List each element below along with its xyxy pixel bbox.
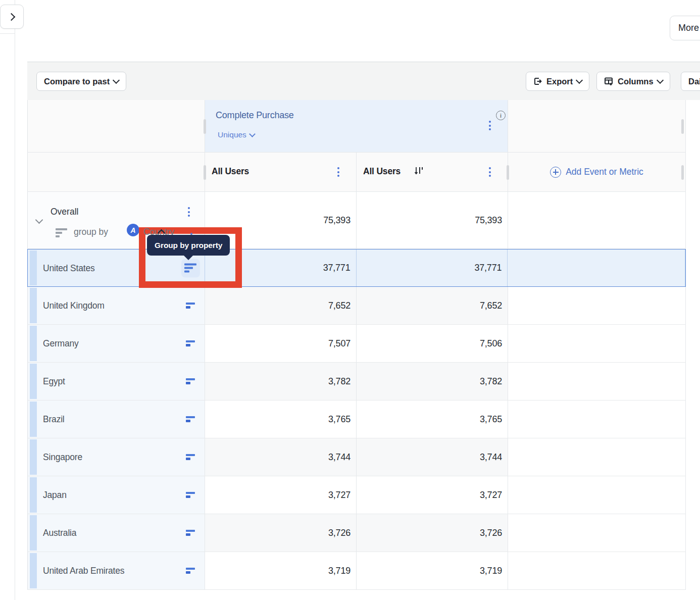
group-by-icon[interactable] [186, 303, 195, 309]
event-menu-kebab-icon[interactable] [489, 121, 491, 132]
group-by-icon[interactable] [186, 492, 195, 498]
row-accent-bar [30, 553, 37, 588]
measure-label: Uniques [218, 130, 246, 139]
table-row[interactable]: Germany 7,507 7,506 [27, 325, 686, 363]
column-menu-kebab-icon[interactable] [337, 167, 339, 179]
group-by-icon[interactable] [186, 378, 195, 384]
group-by-icon[interactable] [186, 340, 195, 346]
event-header-cell[interactable]: Complete Purchase i Uniques [205, 100, 508, 152]
table-row[interactable]: Australia 3,726 3,726 [27, 514, 686, 552]
column-resize-handle[interactable] [507, 165, 509, 180]
country-label: Singapore [43, 452, 82, 463]
column-menu-kebab-icon[interactable] [489, 167, 491, 179]
overall-row: Overall group by A Country 75,393 75,393 [27, 192, 686, 249]
row-name-cell[interactable]: Germany [27, 325, 205, 362]
compare-to-past-button[interactable]: Compare to past [36, 72, 126, 91]
column-resize-handle[interactable] [681, 165, 684, 180]
row-name-cell[interactable]: United Kingdom [27, 287, 205, 324]
export-button[interactable]: Export [526, 72, 589, 91]
value-cell[interactable]: 7,652 [205, 287, 357, 324]
value-cell[interactable]: 3,719 [357, 552, 508, 589]
empty-cell [508, 287, 686, 324]
value-cell[interactable]: 3,727 [205, 476, 357, 514]
segment-column-1[interactable]: All Users [205, 153, 357, 191]
add-metric-cell: Add Event or Metric [508, 153, 686, 191]
value-cell[interactable]: 7,652 [357, 287, 508, 324]
row-accent-bar [30, 251, 37, 285]
table-row-selected[interactable]: United States 37,771 37,771 [27, 249, 686, 287]
chart-toolbar: Compare to past Export Columns Daily [27, 62, 700, 100]
value-cell[interactable]: 3,744 [205, 438, 357, 476]
chevron-down-icon [249, 131, 256, 137]
event-name[interactable]: Complete Purchase [216, 110, 294, 121]
row-name-cell[interactable]: Brazil [27, 401, 205, 438]
more-button[interactable]: More [670, 16, 700, 40]
expand-sidebar-button[interactable] [0, 5, 24, 29]
group-by-icon[interactable] [186, 454, 195, 460]
overall-menu-kebab-icon[interactable] [188, 207, 190, 219]
column-resize-handle[interactable] [204, 165, 206, 180]
group-by-icon[interactable] [186, 416, 195, 422]
property-type-icon: A [127, 224, 139, 236]
country-label: Brazil [43, 414, 65, 425]
corner-cell-2 [27, 153, 205, 191]
country-label: United Arab Emirates [43, 566, 124, 576]
value-cell[interactable]: 3,719 [205, 552, 357, 589]
value-cell[interactable]: 3,765 [205, 401, 357, 438]
value-cell[interactable]: 3,744 [357, 438, 508, 476]
table-row[interactable]: United Arab Emirates 3,719 3,719 [27, 552, 686, 590]
table-row[interactable]: Japan 3,727 3,727 [27, 476, 686, 514]
row-name-cell[interactable]: Egypt [27, 363, 205, 400]
add-event-or-metric-button[interactable]: Add Event or Metric [508, 153, 685, 191]
segment-label: All Users [363, 166, 401, 177]
group-by-label: group by [74, 227, 108, 237]
group-by-icon[interactable] [186, 530, 195, 536]
column-resize-handle[interactable] [681, 119, 684, 134]
row-name-cell[interactable]: United Arab Emirates [27, 552, 205, 589]
compare-to-past-label: Compare to past [44, 77, 110, 86]
plus-circle-icon [550, 167, 561, 178]
sort-descending-icon[interactable] [414, 166, 424, 176]
value-cell[interactable]: 3,727 [357, 476, 508, 514]
value-cell[interactable]: 37,771 [357, 249, 508, 286]
country-label: United States [43, 263, 94, 273]
row-name-cell[interactable]: Australia [27, 514, 205, 552]
event-header-row: Complete Purchase i Uniques [27, 100, 686, 153]
corner-cell [27, 100, 205, 152]
columns-icon [604, 77, 614, 86]
group-by-property-button[interactable] [181, 259, 200, 277]
value-cell[interactable]: 3,782 [357, 363, 508, 400]
chevron-down-icon [113, 77, 120, 84]
columns-button[interactable]: Columns [596, 72, 670, 91]
row-name-cell[interactable]: Japan [27, 476, 205, 514]
table-row[interactable]: Singapore 3,744 3,744 [27, 438, 686, 476]
analytics-screen: More Compare to past Export Columns [0, 0, 700, 600]
table-row[interactable]: United Kingdom 7,652 7,652 [27, 287, 686, 325]
value-cell[interactable]: 3,765 [357, 401, 508, 438]
value-cell[interactable]: 7,507 [205, 325, 357, 362]
empty-cell [508, 401, 686, 438]
row-name-cell[interactable]: Singapore [27, 438, 205, 476]
value-cell[interactable]: 7,506 [357, 325, 508, 362]
interval-button[interactable]: Daily [681, 72, 700, 91]
segment-column-2[interactable]: All Users [357, 153, 508, 191]
value-cell[interactable]: 3,782 [205, 363, 357, 400]
add-event-or-metric-label: Add Event or Metric [566, 167, 643, 177]
info-icon[interactable]: i [496, 111, 506, 120]
column-resize-handle[interactable] [204, 119, 206, 134]
measure-dropdown[interactable]: Uniques [218, 130, 255, 139]
group-by-lines-icon [184, 264, 196, 273]
row-accent-bar [30, 402, 37, 437]
overall-value-cell[interactable]: 75,393 [357, 192, 508, 248]
segment-header-row: All Users All Users Add Event or Metric [27, 153, 686, 192]
empty-cell [508, 552, 686, 589]
country-label: Japan [43, 490, 67, 501]
table-row[interactable]: Brazil 3,765 3,765 [27, 401, 686, 438]
row-accent-bar [30, 288, 37, 323]
group-by-icon[interactable] [186, 568, 195, 574]
empty-header-cell [508, 100, 686, 152]
table-row[interactable]: Egypt 3,782 3,782 [27, 363, 686, 401]
value-cell[interactable]: 3,726 [205, 514, 357, 552]
value-cell[interactable]: 3,726 [357, 514, 508, 552]
collapse-chevron-icon[interactable] [35, 216, 43, 224]
